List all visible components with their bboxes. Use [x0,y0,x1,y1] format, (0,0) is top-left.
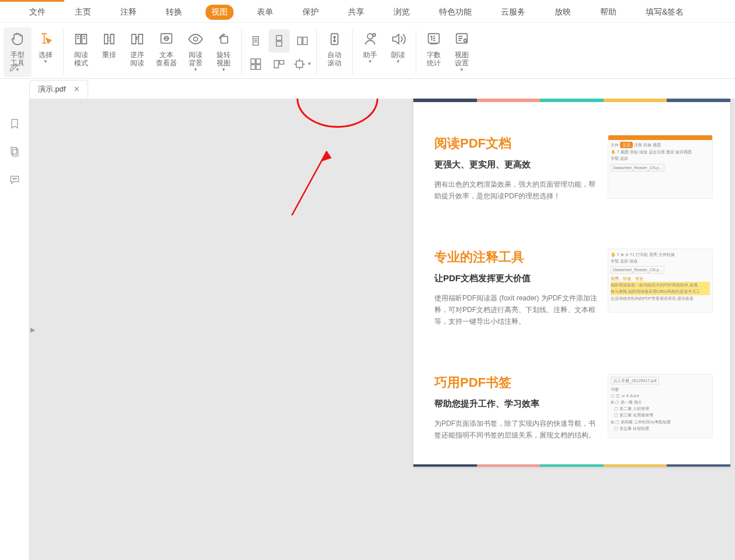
page-bottom-band [413,464,730,467]
select-icon [36,30,55,48]
book-icon [72,30,90,48]
menu-browse[interactable]: 浏览 [388,5,416,20]
menu-form[interactable]: 表单 [251,5,279,20]
feature-title: 阅读PDF文档 [434,135,597,152]
tool-read-bg[interactable]: 阅读背景 ▼ [182,27,210,77]
feature-title: 巧用PDF书签 [434,374,597,391]
menu-protect[interactable]: 保护 [297,5,325,20]
tool-word-count[interactable]: 字数统计 [420,27,448,77]
menu-home[interactable]: 主页 [69,5,97,20]
svg-rect-8 [303,37,307,44]
document-tab-strip: 演示.pdf × [0,79,735,99]
tool-reverse-read[interactable]: 逆序阅读 [123,27,151,77]
chevron-down-icon: ▼ [396,59,400,64]
menu-convert[interactable]: 转换 [160,5,188,20]
reverse-icon [128,30,147,48]
svg-rect-23 [12,149,18,156]
workspace: ▶ 阅读PDF文档 更强大、更实用、更高效 拥有出色的文档渲染效果，强大的页面管… [0,99,735,560]
tool-reflow[interactable]: 重排 [95,27,123,77]
tool-word-count-label: 字数统计 [427,51,441,67]
svg-point-18 [373,34,376,37]
svg-rect-5 [276,35,281,40]
chevron-down-icon: ▼ [221,67,226,72]
auto-scroll-icon [325,30,344,48]
eye-icon [186,30,205,48]
pencil-icon[interactable] [8,61,20,75]
tool-read-aloud[interactable]: 朗读 ▼ [384,27,412,77]
tool-text-viewer[interactable]: 文本查看器 [151,27,182,77]
document-canvas[interactable]: ▶ 阅读PDF文档 更强大、更实用、更高效 拥有出色的文档渲染效果，强大的页面管… [29,99,735,560]
text-viewer-icon [157,30,176,48]
svg-rect-15 [297,61,303,67]
menu-comment[interactable]: 注释 [114,5,142,20]
tool-select[interactable]: 选择 ▼ [32,27,60,77]
side-panel [0,99,29,560]
svg-rect-11 [251,64,255,69]
layout-single-page[interactable] [245,29,266,52]
chevron-down-icon: ▼ [368,59,372,64]
panel-expand-handle[interactable]: ▶ [30,326,35,333]
page-layout-group: ▼ [245,27,313,77]
feature-thumbnail: 文件 主页 注释 转换 视图 ✋ T 截图 剪贴 缩放 适合页面 重排 旋转视图… [608,135,713,199]
tool-auto-scroll[interactable]: 自动滚动 [321,27,349,77]
feature-body: 使用福昕PDF阅读器 (foxit reader) 为PDF文件添加注释，可对P… [434,292,597,327]
pdf-page: 阅读PDF文档 更强大、更实用、更高效 拥有出色的文档渲染效果，强大的页面管理功… [413,99,730,467]
svg-point-25 [14,178,15,179]
feature-subtitle: 让PDF文档发挥更大价值 [434,273,597,284]
chevron-down-icon: ▼ [307,61,312,66]
annotation-arrow [286,151,339,221]
feature-block-read: 阅读PDF文档 更强大、更实用、更高效 拥有出色的文档渲染效果，强大的页面管理功… [413,111,730,225]
tool-reflow-label: 重排 [102,51,116,59]
feature-title: 专业的注释工具 [434,249,597,266]
svg-rect-6 [276,41,281,46]
menu-file[interactable]: 文件 [23,5,51,20]
chevron-down-icon: ▼ [43,59,48,64]
tool-assistant[interactable]: 助手 ▼ [356,27,384,77]
layout-continuous[interactable] [269,29,290,52]
svg-rect-13 [274,60,278,68]
menu-view[interactable]: 视图 [205,5,234,20]
menu-share[interactable]: 共享 [342,5,370,20]
tool-read-mode-label: 阅读模式 [74,51,88,67]
svg-point-21 [464,39,467,42]
menu-help[interactable]: 帮助 [594,5,622,20]
feature-thumbnail: 员工手册_20120917.pdf 书签 ▢ ◫ ⇲ ✕ A A ▾ ⊞ ▢ 第… [608,374,713,438]
ribbon: 手型工具 ▼ 选择 ▼ 阅读模式 重排 逆序阅读 文本查看器 阅读背景 ▼ 旋转… [0,23,735,79]
document-tab[interactable]: 演示.pdf × [29,80,88,98]
close-tab-button[interactable]: × [74,85,79,94]
tool-text-viewer-label: 文本查看器 [156,51,177,67]
tool-view-settings-label: 视图设置 [455,51,469,67]
svg-point-2 [194,37,198,41]
layout-split[interactable]: ▼ [292,52,313,76]
layout-continuous-facing[interactable] [245,52,266,76]
feature-thumbnail: ✋ T ⊕ ⊖ T1 打字机 高亮 文件转换 手型 选择 缩放 Datashee… [608,249,713,313]
layout-cover-facing[interactable] [269,52,290,76]
layout-facing[interactable] [292,29,313,52]
comments-panel-icon[interactable] [8,173,21,186]
word-count-icon [424,30,443,48]
tool-read-mode[interactable]: 阅读模式 [67,27,95,77]
svg-point-24 [12,178,13,179]
menu-features[interactable]: 特色功能 [433,5,478,20]
feature-subtitle: 更强大、更实用、更高效 [434,159,597,170]
tool-read-bg-label: 阅读背景 [189,51,203,67]
tool-assistant-label: 助手 [363,51,377,59]
tool-reverse-label: 逆序阅读 [130,51,144,67]
svg-rect-22 [11,148,16,155]
svg-rect-12 [256,64,260,69]
menu-sign[interactable]: 填写&签名 [640,5,689,20]
tool-rotate-view[interactable]: 旋转视图 ▼ [210,27,238,77]
feature-body: 为PDF页面添加书签，除了实现内容的快速导航，书签还能指明不同书签的层级关系，展… [434,418,597,441]
svg-point-26 [15,178,16,179]
annotation-circle [297,99,378,128]
tool-view-settings[interactable]: 视图设置 ▼ [448,27,476,77]
chevron-down-icon: ▼ [459,67,464,72]
menu-play[interactable]: 放映 [549,5,577,20]
menu-cloud[interactable]: 云服务 [495,5,531,20]
feature-subtitle: 帮助您提升工作、学习效率 [434,398,597,410]
document-tab-title: 演示.pdf [38,84,66,94]
pages-panel-icon[interactable] [8,145,21,158]
tool-auto-scroll-label: 自动滚动 [328,51,342,67]
speaker-icon [389,30,407,48]
bookmark-panel-icon[interactable] [8,117,21,130]
